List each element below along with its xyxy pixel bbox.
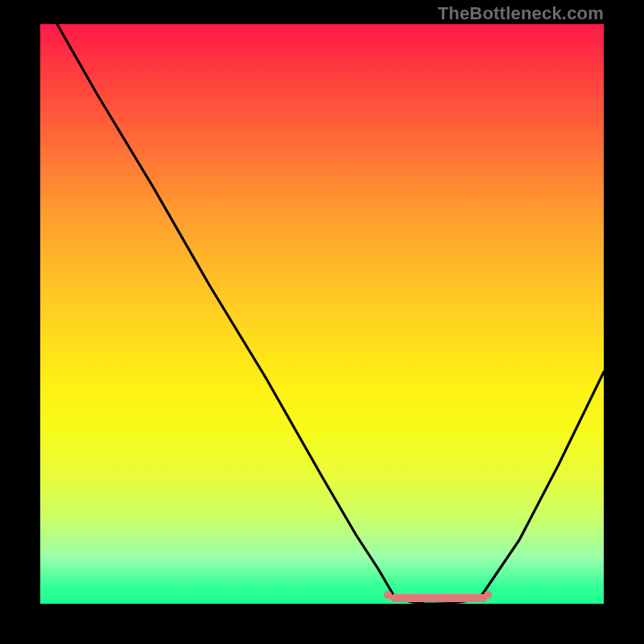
chart-frame: TheBottleneck.com [0, 0, 644, 644]
marker-cap-right [484, 591, 492, 599]
marker-cap-left [384, 591, 392, 599]
optimal-range-marker [40, 24, 604, 604]
plot-area [40, 24, 604, 604]
watermark-label: TheBottleneck.com [438, 3, 604, 24]
